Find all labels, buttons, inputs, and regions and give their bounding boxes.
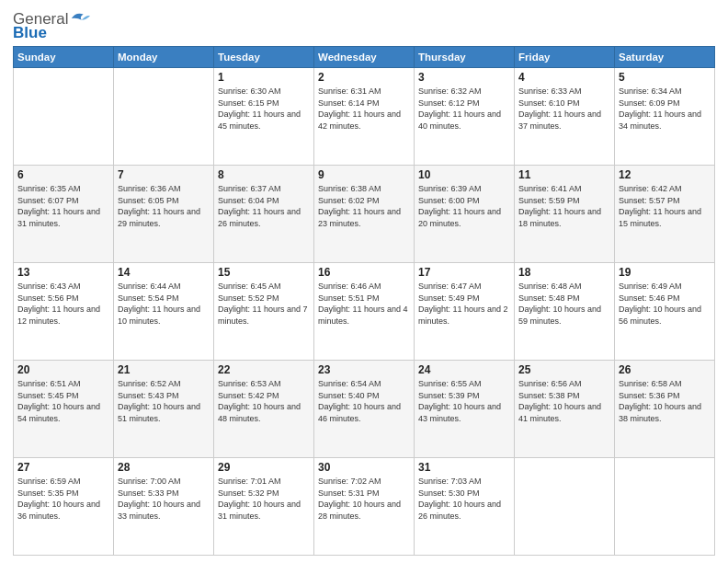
calendar-week-1: 1Sunrise: 6:30 AM Sunset: 6:15 PM Daylig… (14, 68, 715, 166)
day-info: Sunrise: 6:56 AM Sunset: 5:38 PM Dayligh… (518, 378, 610, 424)
day-number: 4 (518, 71, 610, 84)
col-header-saturday: Saturday (615, 47, 715, 68)
day-info: Sunrise: 7:02 AM Sunset: 5:31 PM Dayligh… (318, 476, 410, 522)
calendar-cell: 24Sunrise: 6:55 AM Sunset: 5:39 PM Dayli… (415, 361, 515, 458)
calendar-cell: 11Sunrise: 6:41 AM Sunset: 5:59 PM Dayli… (515, 166, 615, 263)
col-header-tuesday: Tuesday (214, 47, 314, 68)
calendar-cell: 2Sunrise: 6:31 AM Sunset: 6:14 PM Daylig… (314, 68, 415, 166)
day-info: Sunrise: 6:47 AM Sunset: 5:49 PM Dayligh… (418, 281, 510, 327)
calendar-cell: 26Sunrise: 6:58 AM Sunset: 5:36 PM Dayli… (615, 361, 715, 458)
calendar-week-4: 20Sunrise: 6:51 AM Sunset: 5:45 PM Dayli… (14, 361, 715, 458)
calendar-cell: 27Sunrise: 6:59 AM Sunset: 5:35 PM Dayli… (14, 458, 114, 556)
calendar-cell: 25Sunrise: 6:56 AM Sunset: 5:38 PM Dayli… (515, 361, 615, 458)
header: General Blue (13, 9, 715, 40)
day-info: Sunrise: 6:55 AM Sunset: 5:39 PM Dayligh… (418, 378, 510, 424)
day-info: Sunrise: 6:33 AM Sunset: 6:10 PM Dayligh… (518, 86, 610, 132)
col-header-sunday: Sunday (14, 47, 114, 68)
day-info: Sunrise: 6:49 AM Sunset: 5:46 PM Dayligh… (619, 281, 711, 327)
day-number: 14 (118, 266, 210, 279)
calendar-cell (114, 68, 214, 166)
calendar-cell: 15Sunrise: 6:45 AM Sunset: 5:52 PM Dayli… (214, 263, 314, 361)
day-number: 23 (318, 363, 410, 376)
calendar-table: SundayMondayTuesdayWednesdayThursdayFrid… (13, 46, 715, 556)
calendar-cell (615, 458, 715, 556)
calendar-cell: 1Sunrise: 6:30 AM Sunset: 6:15 PM Daylig… (214, 68, 314, 166)
day-number: 24 (418, 363, 510, 376)
day-info: Sunrise: 6:53 AM Sunset: 5:42 PM Dayligh… (218, 378, 310, 424)
calendar-cell: 18Sunrise: 6:48 AM Sunset: 5:48 PM Dayli… (515, 263, 615, 361)
day-info: Sunrise: 6:35 AM Sunset: 6:07 PM Dayligh… (17, 183, 109, 229)
calendar-cell: 20Sunrise: 6:51 AM Sunset: 5:45 PM Dayli… (14, 361, 114, 458)
col-header-thursday: Thursday (415, 47, 515, 68)
day-info: Sunrise: 6:39 AM Sunset: 6:00 PM Dayligh… (418, 183, 510, 229)
day-number: 9 (318, 168, 410, 181)
calendar-cell: 5Sunrise: 6:34 AM Sunset: 6:09 PM Daylig… (615, 68, 715, 166)
logo: General Blue (13, 9, 90, 40)
day-number: 15 (218, 266, 310, 279)
day-number: 1 (218, 71, 310, 84)
calendar-cell (515, 458, 615, 556)
col-header-monday: Monday (114, 47, 214, 68)
day-info: Sunrise: 6:31 AM Sunset: 6:14 PM Dayligh… (318, 86, 410, 132)
day-number: 17 (418, 266, 510, 279)
day-number: 2 (318, 71, 410, 84)
day-number: 19 (619, 266, 711, 279)
day-info: Sunrise: 6:46 AM Sunset: 5:51 PM Dayligh… (318, 281, 410, 327)
day-number: 18 (518, 266, 610, 279)
day-number: 30 (318, 461, 410, 474)
day-number: 10 (418, 168, 510, 181)
col-header-friday: Friday (515, 47, 615, 68)
day-info: Sunrise: 6:44 AM Sunset: 5:54 PM Dayligh… (118, 281, 210, 327)
page: General Blue SundayMondayTuesdayWednesda… (0, 0, 728, 563)
calendar-cell: 10Sunrise: 6:39 AM Sunset: 6:00 PM Dayli… (415, 166, 515, 263)
day-number: 28 (118, 461, 210, 474)
calendar-cell: 23Sunrise: 6:54 AM Sunset: 5:40 PM Dayli… (314, 361, 415, 458)
calendar-cell: 13Sunrise: 6:43 AM Sunset: 5:56 PM Dayli… (14, 263, 114, 361)
calendar-cell: 3Sunrise: 6:32 AM Sunset: 6:12 PM Daylig… (415, 68, 515, 166)
day-number: 26 (619, 363, 711, 376)
day-info: Sunrise: 6:36 AM Sunset: 6:05 PM Dayligh… (118, 183, 210, 229)
day-number: 25 (518, 363, 610, 376)
day-info: Sunrise: 6:54 AM Sunset: 5:40 PM Dayligh… (318, 378, 410, 424)
day-number: 16 (318, 266, 410, 279)
day-info: Sunrise: 6:38 AM Sunset: 6:02 PM Dayligh… (318, 183, 410, 229)
calendar-cell: 28Sunrise: 7:00 AM Sunset: 5:33 PM Dayli… (114, 458, 214, 556)
calendar-cell: 12Sunrise: 6:42 AM Sunset: 5:57 PM Dayli… (615, 166, 715, 263)
day-number: 7 (118, 168, 210, 181)
day-info: Sunrise: 6:51 AM Sunset: 5:45 PM Dayligh… (17, 378, 109, 424)
day-number: 20 (17, 363, 109, 376)
calendar-cell: 19Sunrise: 6:49 AM Sunset: 5:46 PM Dayli… (615, 263, 715, 361)
calendar-cell: 6Sunrise: 6:35 AM Sunset: 6:07 PM Daylig… (14, 166, 114, 263)
calendar-cell: 30Sunrise: 7:02 AM Sunset: 5:31 PM Dayli… (314, 458, 415, 556)
day-number: 27 (17, 461, 109, 474)
calendar-week-5: 27Sunrise: 6:59 AM Sunset: 5:35 PM Dayli… (14, 458, 715, 556)
calendar-week-3: 13Sunrise: 6:43 AM Sunset: 5:56 PM Dayli… (14, 263, 715, 361)
day-info: Sunrise: 6:43 AM Sunset: 5:56 PM Dayligh… (17, 281, 109, 327)
calendar-cell: 9Sunrise: 6:38 AM Sunset: 6:02 PM Daylig… (314, 166, 415, 263)
day-number: 3 (418, 71, 510, 84)
day-number: 21 (118, 363, 210, 376)
calendar-cell: 22Sunrise: 6:53 AM Sunset: 5:42 PM Dayli… (214, 361, 314, 458)
day-info: Sunrise: 6:45 AM Sunset: 5:52 PM Dayligh… (218, 281, 310, 327)
calendar-cell: 17Sunrise: 6:47 AM Sunset: 5:49 PM Dayli… (415, 263, 515, 361)
calendar-cell: 14Sunrise: 6:44 AM Sunset: 5:54 PM Dayli… (114, 263, 214, 361)
day-number: 5 (619, 71, 711, 84)
day-info: Sunrise: 6:41 AM Sunset: 5:59 PM Dayligh… (518, 183, 610, 229)
calendar-cell: 8Sunrise: 6:37 AM Sunset: 6:04 PM Daylig… (214, 166, 314, 263)
day-number: 13 (17, 266, 109, 279)
calendar-cell (14, 68, 114, 166)
day-number: 29 (218, 461, 310, 474)
calendar-cell: 4Sunrise: 6:33 AM Sunset: 6:10 PM Daylig… (515, 68, 615, 166)
day-info: Sunrise: 6:59 AM Sunset: 5:35 PM Dayligh… (17, 476, 109, 522)
calendar-cell: 7Sunrise: 6:36 AM Sunset: 6:05 PM Daylig… (114, 166, 214, 263)
day-info: Sunrise: 6:58 AM Sunset: 5:36 PM Dayligh… (619, 378, 711, 424)
calendar-header-row: SundayMondayTuesdayWednesdayThursdayFrid… (14, 47, 715, 68)
day-number: 11 (518, 168, 610, 181)
day-info: Sunrise: 7:01 AM Sunset: 5:32 PM Dayligh… (218, 476, 310, 522)
calendar-cell: 31Sunrise: 7:03 AM Sunset: 5:30 PM Dayli… (415, 458, 515, 556)
col-header-wednesday: Wednesday (314, 47, 415, 68)
calendar-cell: 16Sunrise: 6:46 AM Sunset: 5:51 PM Dayli… (314, 263, 415, 361)
day-number: 22 (218, 363, 310, 376)
calendar-cell: 29Sunrise: 7:01 AM Sunset: 5:32 PM Dayli… (214, 458, 314, 556)
logo-blue: Blue (13, 25, 90, 40)
